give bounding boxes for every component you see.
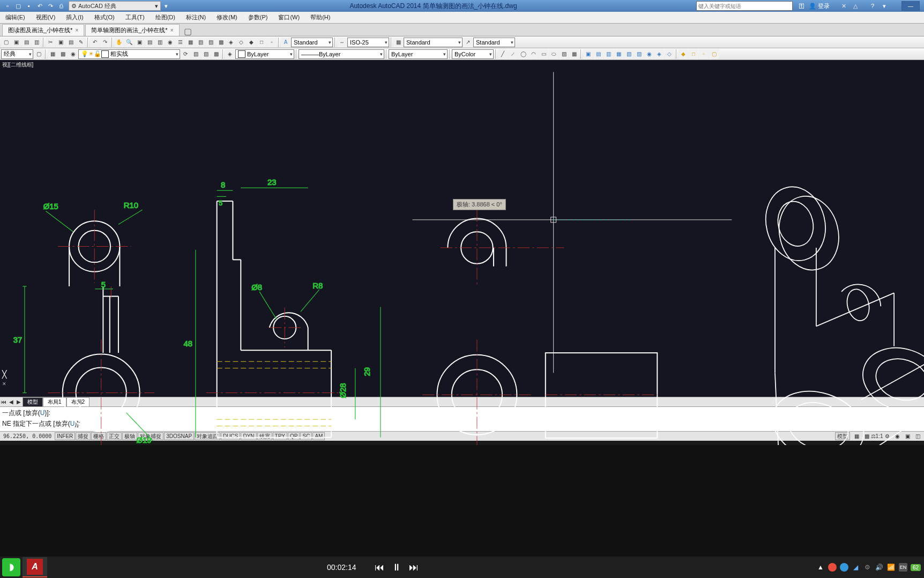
table-icon[interactable]: ▦: [393, 38, 403, 47]
menu-help[interactable]: 帮助(H): [305, 12, 336, 23]
tool-icon[interactable]: ▣: [135, 38, 144, 47]
tool-icon[interactable]: ▢: [1, 38, 11, 47]
tool-icon[interactable]: ☰: [175, 38, 185, 47]
tool-icon[interactable]: ◉: [68, 49, 78, 59]
tray-up-icon[interactable]: ▲: [816, 563, 825, 572]
open-icon[interactable]: ▢: [14, 2, 23, 10]
network-icon[interactable]: 📶: [887, 563, 896, 572]
draw-line-icon[interactable]: ╱: [498, 49, 508, 59]
menu-insert[interactable]: 插入(I): [61, 12, 88, 23]
draw-arc-icon[interactable]: ◠: [528, 49, 538, 59]
tool-icon[interactable]: ▧: [624, 49, 634, 59]
draw-ellipse-icon[interactable]: ⬭: [549, 49, 558, 59]
taskbar-autocad[interactable]: A: [23, 557, 47, 577]
layer-dropdown[interactable]: 💡 ☀ 🔓 粗实线: [78, 49, 180, 59]
drawing-viewport[interactable]: 视][二维线框] Ø15 R10 5 37 Ø19: [0, 60, 924, 397]
zoom-icon[interactable]: 🔍: [124, 38, 134, 47]
tool-icon[interactable]: ◈: [225, 49, 235, 59]
redo-icon[interactable]: ↷: [100, 38, 110, 47]
tray-badge[interactable]: 62: [911, 564, 921, 571]
tool-icon[interactable]: ▫: [699, 49, 709, 59]
tool-icon[interactable]: ◈: [654, 49, 664, 59]
tablestyle-dropdown[interactable]: Standard: [404, 38, 463, 47]
undo-icon[interactable]: ↶: [90, 38, 100, 47]
new-icon[interactable]: ▫: [3, 2, 12, 10]
textstyle-dropdown[interactable]: Standard: [291, 38, 333, 47]
tool-icon[interactable]: ▤: [593, 49, 603, 59]
close-icon[interactable]: ×: [75, 27, 78, 33]
tool-icon[interactable]: ▢: [34, 49, 43, 59]
login-button[interactable]: 👤 登录: [809, 2, 830, 10]
mleader-icon[interactable]: ↗: [463, 38, 473, 47]
menu-modify[interactable]: 修改(M): [211, 12, 243, 23]
tool-icon[interactable]: ▦: [185, 38, 195, 47]
tray-icon[interactable]: [840, 563, 848, 572]
exchange-icon[interactable]: ✕: [839, 2, 848, 10]
draw-circle-icon[interactable]: ◯: [518, 49, 528, 59]
lineweight-dropdown[interactable]: ByLayer: [389, 49, 448, 59]
tool-icon[interactable]: □: [257, 38, 266, 47]
tool-icon[interactable]: ▨: [634, 49, 644, 59]
help-icon[interactable]: ?: [868, 2, 877, 10]
tool-icon[interactable]: ◇: [665, 49, 674, 59]
tool-icon[interactable]: ◆: [247, 38, 256, 47]
infocenter-icon[interactable]: ⚿: [797, 2, 806, 10]
tool-icon[interactable]: ▨: [201, 49, 211, 59]
tab-doc-2[interactable]: 简单轴测图的画法_小钟在线* ×: [85, 24, 179, 36]
redo-icon[interactable]: ↷: [46, 2, 55, 10]
plotcolor-dropdown[interactable]: ByColor: [452, 49, 494, 59]
new-tab-button[interactable]: ▢: [183, 26, 193, 36]
tool-icon[interactable]: ▤: [21, 38, 31, 47]
tool-icon[interactable]: ▥: [155, 38, 165, 47]
tool-icon[interactable]: ▦: [614, 49, 623, 59]
linetype-dropdown[interactable]: ——— ByLayer: [299, 49, 384, 59]
undo-icon[interactable]: ↶: [35, 2, 44, 10]
tool-icon[interactable]: ▫: [267, 38, 277, 47]
tool-icon[interactable]: ▩: [211, 49, 221, 59]
search-input[interactable]: [696, 1, 793, 11]
taskbar-app[interactable]: ◗: [2, 558, 20, 576]
save-icon[interactable]: ▪: [25, 2, 33, 10]
menu-draw[interactable]: 绘图(D): [150, 12, 181, 23]
minimize-button[interactable]: —: [901, 1, 920, 11]
tool-icon[interactable]: ▩: [58, 49, 68, 59]
print-icon[interactable]: ⎙: [57, 2, 65, 10]
dimstyle-dropdown[interactable]: ISO-25: [347, 38, 389, 47]
dim-icon[interactable]: ↔: [337, 38, 347, 47]
tool-icon[interactable]: ▥: [603, 49, 613, 59]
draw-rect-icon[interactable]: ▭: [539, 49, 548, 59]
tray-app-icon[interactable]: ◢: [852, 563, 860, 572]
input-icon[interactable]: EN: [899, 563, 907, 572]
menu-param[interactable]: 参数(P): [243, 12, 273, 23]
copy-icon[interactable]: ▣: [56, 38, 65, 47]
draw-polyline-icon[interactable]: ⟋: [508, 49, 518, 59]
tray-app-icon[interactable]: ⚙: [863, 563, 872, 572]
style-dropdown[interactable]: 经典: [1, 49, 33, 59]
menu-window[interactable]: 窗口(W): [273, 12, 305, 23]
menu-tools[interactable]: 工具(T): [120, 12, 150, 23]
tool-icon[interactable]: ▣: [583, 49, 593, 59]
help-dropdown-icon[interactable]: ▾: [880, 2, 889, 10]
text-icon[interactable]: A: [281, 38, 290, 47]
menu-edit[interactable]: 编辑(E): [0, 12, 31, 23]
menu-dim[interactable]: 标注(N): [181, 12, 211, 23]
dropdown-icon[interactable]: ▾: [162, 2, 170, 10]
tool-icon[interactable]: ◆: [679, 49, 688, 59]
record-icon[interactable]: [828, 563, 837, 572]
tool-icon[interactable]: □: [689, 49, 698, 59]
tool-icon[interactable]: ◇: [236, 38, 246, 47]
cut-icon[interactable]: ✂: [46, 38, 55, 47]
prev-track-icon[interactable]: ⏮: [375, 562, 384, 573]
color-dropdown[interactable]: ByLayer: [235, 49, 294, 59]
pan-icon[interactable]: ✋: [114, 38, 124, 47]
match-icon[interactable]: ✎: [76, 38, 86, 47]
tool-icon[interactable]: ◉: [165, 38, 175, 47]
menu-view[interactable]: 视图(V): [31, 12, 61, 23]
tool-icon[interactable]: ▧: [191, 49, 200, 59]
volume-icon[interactable]: 🔊: [875, 563, 884, 572]
drawing-canvas[interactable]: Ø15 R10 5 37 Ø19 8 5 23 48: [0, 60, 924, 478]
tool-icon[interactable]: ⟳: [181, 49, 190, 59]
tool-icon[interactable]: ▧: [196, 38, 205, 47]
tool-icon[interactable]: ▦: [569, 49, 579, 59]
workspace-dropdown[interactable]: ⚙ AutoCAD 经典 ▾: [69, 1, 161, 11]
